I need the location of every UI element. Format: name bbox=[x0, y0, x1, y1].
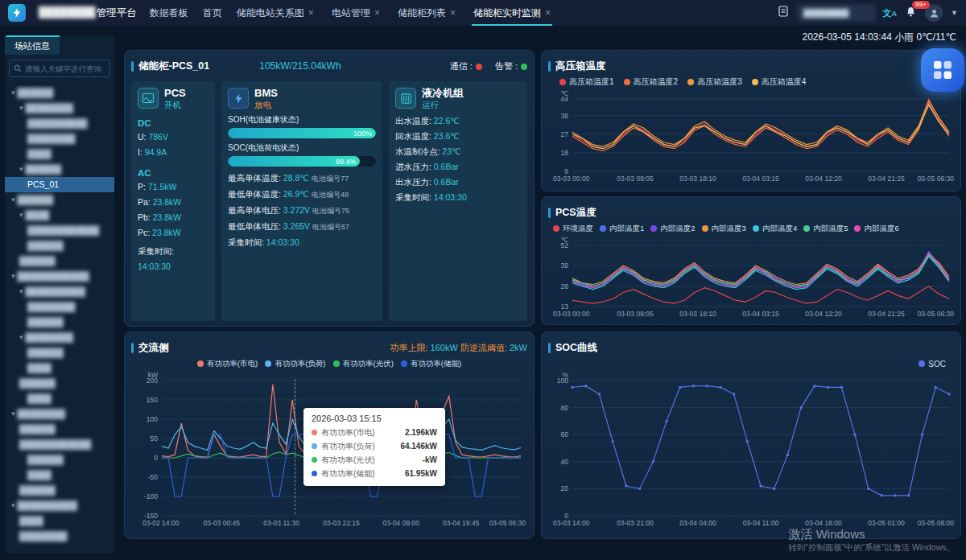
chart-tooltip: 2026-03-03 15:15 有功功率(市电)2.196kW有功功率(负荷)… bbox=[303, 408, 445, 486]
svg-text:-100: -100 bbox=[144, 492, 158, 500]
tree-item[interactable]: ████ bbox=[5, 146, 114, 162]
tree-item[interactable]: ▾████████ bbox=[5, 330, 114, 345]
legend-item[interactable]: SOC bbox=[919, 360, 946, 369]
legend-item[interactable]: 高压箱温度1 bbox=[559, 76, 614, 88]
close-icon[interactable]: × bbox=[308, 7, 314, 19]
tree-item[interactable]: ██████ bbox=[5, 238, 114, 253]
field-row: I: 94.9A bbox=[138, 145, 208, 160]
pcs-temp-chart[interactable]: ℃5239261303-03 00:0003-03 09:0503-03 18:… bbox=[548, 236, 956, 319]
dc-section-label: DC bbox=[138, 117, 208, 130]
tree-item[interactable]: ██████ bbox=[5, 315, 114, 330]
notifications-bell[interactable]: 99+ bbox=[905, 6, 917, 21]
legend-item[interactable]: 内部温度3 bbox=[702, 224, 746, 234]
legend-item[interactable]: 高压箱温度2 bbox=[624, 76, 679, 88]
grid-icon bbox=[932, 60, 953, 80]
svg-text:39: 39 bbox=[561, 261, 569, 270]
tree-item[interactable]: ████████ bbox=[5, 299, 114, 315]
legend-item[interactable]: 环境温度 bbox=[553, 224, 593, 234]
panel-cabinet: 储能柜-PCS_01 105kW/215.04kWh 通信 : 告警 : PCS… bbox=[124, 50, 535, 327]
svg-text:100: 100 bbox=[147, 415, 158, 423]
tree-item[interactable]: ██████ bbox=[5, 483, 114, 498]
tree-item[interactable]: ▾██████ bbox=[5, 85, 114, 101]
svg-text:20: 20 bbox=[561, 484, 569, 492]
nav-menu: 数据看板首页 bbox=[150, 6, 222, 20]
soc-chart[interactable]: %10080604020003-03 14:0003-03 21:0003-04… bbox=[548, 371, 956, 529]
platform-title: ████████ 管理平台 bbox=[39, 6, 137, 20]
translate-icon[interactable]: 文A bbox=[883, 7, 898, 19]
hv-temp-chart[interactable]: ℃44362718903-03 00:0003-03 09:0503-03 18… bbox=[548, 89, 956, 184]
caret-icon[interactable]: ▾ bbox=[19, 284, 23, 299]
legend-item[interactable]: 内部温度1 bbox=[600, 224, 644, 234]
field-row: 最高单体温度: 28.8℃ 电池编号77 bbox=[228, 171, 376, 187]
tree-item[interactable]: ▾██████ bbox=[5, 162, 114, 177]
tree-item[interactable]: ████ bbox=[5, 360, 114, 376]
caret-icon[interactable]: ▾ bbox=[11, 406, 15, 422]
tree-item[interactable]: ▾████████ bbox=[5, 406, 114, 422]
nav-tab-1[interactable]: 电站管理× bbox=[330, 0, 382, 26]
nav-menu-item-1[interactable]: 首页 bbox=[203, 6, 222, 20]
tree-item[interactable]: ▾████ bbox=[5, 208, 114, 223]
legend-item[interactable]: 内部温度4 bbox=[753, 224, 797, 234]
caret-icon[interactable]: ▾ bbox=[11, 192, 15, 208]
nav-tab-3[interactable]: 储能柜实时监测× bbox=[472, 0, 552, 26]
caret-icon[interactable]: ▾ bbox=[19, 162, 23, 177]
notification-badge: 99+ bbox=[912, 1, 930, 9]
tree-item[interactable]: ██████ bbox=[5, 422, 114, 437]
sidebar-search-input[interactable] bbox=[25, 64, 105, 73]
tooltip-row: 有功功率(负荷)64.146kW bbox=[312, 439, 437, 453]
tree-item[interactable]: ████████ bbox=[5, 131, 114, 146]
legend-item[interactable]: 有功功率(储能) bbox=[401, 359, 461, 369]
tree-item[interactable]: PCS_01 bbox=[5, 177, 114, 192]
comm-status: 通信 : bbox=[450, 60, 482, 72]
nav-search-input[interactable] bbox=[798, 5, 875, 21]
close-icon[interactable]: × bbox=[374, 7, 380, 19]
close-icon[interactable]: × bbox=[450, 7, 456, 19]
field-row: 最高单体电压: 3.272V 电池编号75 bbox=[228, 203, 376, 219]
svg-text:03-04 21:25: 03-04 21:25 bbox=[868, 310, 905, 318]
legend-item[interactable]: 有功功率(市电) bbox=[197, 359, 258, 369]
tree-item[interactable]: ██████ bbox=[5, 253, 114, 269]
sidebar-tab-station-info[interactable]: 场站信息 bbox=[5, 35, 60, 55]
svg-text:03-04 09:00: 03-04 09:00 bbox=[383, 519, 420, 527]
nav-tab-2[interactable]: 储能柜列表× bbox=[396, 0, 457, 26]
bms-card: BMS 放电 SOH(电池健康状态) 100% SOC(电池荷电状态) 89.4… bbox=[221, 81, 382, 321]
tree-item[interactable]: ██████ bbox=[5, 345, 114, 360]
soc-chart-area: %10080604020003-03 14:0003-03 21:0003-04… bbox=[548, 371, 954, 532]
caret-icon[interactable]: ▾ bbox=[19, 101, 23, 116]
caret-icon[interactable]: ▾ bbox=[11, 498, 15, 513]
caret-icon[interactable]: ▾ bbox=[19, 330, 23, 345]
legend-item[interactable]: 内部温度2 bbox=[650, 224, 695, 234]
tree-item[interactable]: ████████████ bbox=[5, 437, 114, 452]
tree-item[interactable]: ████ bbox=[5, 467, 114, 483]
caret-icon[interactable]: ▾ bbox=[11, 85, 15, 101]
legend-item[interactable]: 内部温度6 bbox=[854, 224, 898, 234]
close-icon[interactable]: × bbox=[545, 7, 551, 19]
tree-item[interactable]: ████ bbox=[5, 513, 114, 529]
tree-item[interactable]: ██████████ bbox=[5, 116, 114, 131]
clipboard-icon[interactable] bbox=[777, 5, 790, 21]
legend-item[interactable]: 有功功率(光伏) bbox=[333, 359, 394, 369]
chevron-down-icon[interactable]: ▼ bbox=[951, 9, 958, 17]
tree-item[interactable]: ████████ bbox=[5, 529, 114, 544]
tree-item[interactable]: ▾██████████ bbox=[5, 498, 114, 513]
tree-item[interactable]: ▾████████████ bbox=[5, 269, 114, 284]
nav-tab-0[interactable]: 储能电站关系图× bbox=[235, 0, 316, 26]
tree-item[interactable]: ▾████████ bbox=[5, 101, 114, 116]
tree-item[interactable]: ██████ bbox=[5, 376, 114, 391]
svg-text:03-03 00:00: 03-03 00:00 bbox=[553, 175, 590, 183]
legend-item[interactable]: 高压箱温度3 bbox=[687, 76, 742, 88]
tree-item[interactable]: ██████ bbox=[5, 452, 114, 467]
tree-item[interactable]: ▾██████ bbox=[5, 192, 114, 208]
app-launcher-button[interactable] bbox=[921, 48, 964, 92]
caret-icon[interactable]: ▾ bbox=[19, 208, 23, 223]
caret-icon[interactable]: ▾ bbox=[11, 269, 15, 284]
legend-item[interactable]: 高压箱温度4 bbox=[752, 76, 807, 88]
nav-menu-item-0[interactable]: 数据看板 bbox=[150, 6, 188, 20]
legend-item[interactable]: 内部温度5 bbox=[803, 224, 848, 234]
legend-item[interactable]: 有功功率(负荷) bbox=[265, 359, 325, 369]
sidebar-search[interactable] bbox=[9, 60, 110, 77]
tree-item[interactable]: ▾██████████ bbox=[5, 284, 114, 299]
hv-temp-title: 高压箱温度 bbox=[555, 60, 606, 73]
tree-item[interactable]: ████████████ bbox=[5, 223, 114, 238]
tree-item[interactable]: ████ bbox=[5, 391, 114, 406]
